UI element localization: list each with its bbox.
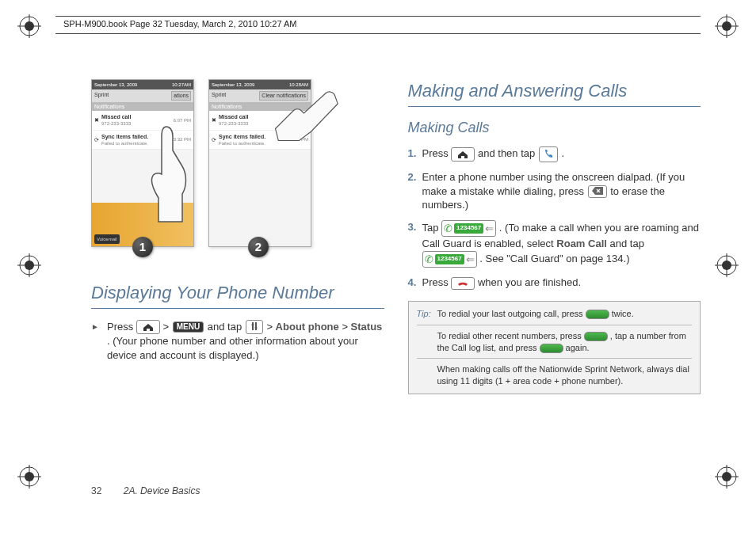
crop-mark-icon [17, 465, 41, 489]
tip-text: twice. [612, 309, 634, 318]
tip-box: Tip: To redial your last outgoing call, … [408, 301, 701, 394]
crop-mark-icon [17, 253, 41, 277]
tip-text: To redial your last outgoing call, press [437, 309, 586, 318]
notification-title: Sync items failed. [219, 134, 265, 139]
crop-mark-icon [715, 14, 739, 38]
step-2: Enter a phone number using the onscreen … [408, 170, 701, 212]
call-number-label: 1234567 [454, 223, 483, 234]
voicemail-widget: Voicemail [94, 234, 120, 244]
left-column: September 13, 200910:27AM Sprintations N… [91, 79, 384, 477]
page-number: 32 [91, 485, 101, 496]
notifications-header: Notifications [92, 102, 193, 111]
crop-mark-icon [17, 14, 41, 38]
header-rule-top [55, 16, 701, 17]
step-text: . (Your phone number and other informati… [107, 335, 358, 361]
settings-key-icon [246, 320, 263, 334]
step-text: and tap [208, 321, 245, 333]
call-key-icon [586, 310, 609, 319]
step-text: . See "Call Guard" on page 134.) [479, 253, 629, 264]
step-text: . [562, 147, 565, 159]
step-text: > [162, 321, 171, 333]
status-label: Status [351, 321, 383, 333]
menu-key-icon: MENU [173, 321, 204, 333]
roam-call-label: Roam Call [556, 238, 607, 249]
about-phone-label: About phone [276, 321, 339, 333]
step-badge-1: 1 [132, 237, 153, 257]
step-4: Press when you are finished. [408, 276, 701, 290]
svg-point-27 [254, 327, 257, 329]
crop-mark-icon [715, 253, 739, 277]
missed-call-icon: ✖ [212, 116, 216, 124]
pointing-hand-icon [269, 75, 341, 162]
step-text: and then tap [478, 147, 538, 159]
svg-point-26 [251, 324, 254, 326]
carrier-label: Sprint [212, 91, 226, 100]
clear-notifications-button: ations [171, 91, 191, 100]
steps-list: Press and then tap . Enter a phone numbe… [408, 146, 701, 290]
header-rule-bottom [55, 33, 701, 34]
call-key-icon [540, 344, 563, 353]
screenshot-figure: September 13, 200910:27AM Sprintations N… [91, 79, 384, 257]
tip-divider [417, 325, 693, 325]
notification-title: Missed call [101, 114, 131, 120]
step-text: > [342, 321, 350, 333]
page-header-text: SPH-M900.book Page 32 Tuesday, March 2, … [63, 19, 297, 29]
step-text: Tap [422, 222, 442, 234]
call-button-icon: ✆1234567⇐ [441, 220, 496, 238]
step-text: and tap [610, 238, 644, 249]
backspace-key-icon [588, 185, 607, 198]
tip-text: To redial other recent numbers, press [437, 331, 584, 340]
right-column: Making and Answering Calls Making Calls … [408, 79, 701, 477]
tip-row: When making calls off the Nationwide Spr… [417, 363, 693, 387]
subsection-heading: Making Calls [408, 118, 701, 137]
sync-fail-icon: ⟳ [94, 136, 99, 143]
status-date: September 13, 2009 [212, 82, 254, 88]
tip-label: Tip: [417, 308, 431, 320]
step-text: when you are finished. [478, 276, 581, 288]
step-badge-2: 2 [248, 237, 269, 257]
section-heading-making-calls: Making and Answering Calls [408, 79, 701, 107]
step-text: > [266, 321, 275, 333]
step-1: Press and then tap . [408, 146, 701, 162]
instruction-step: Press > MENU and tap > About phone > Sta… [91, 320, 384, 363]
tip-divider [417, 358, 693, 359]
crop-mark-icon [715, 465, 739, 489]
tip-row: To redial other recent numbers, press , … [417, 330, 693, 354]
section-heading-display-number: Displaying Your Phone Number [91, 281, 384, 309]
tip-row: Tip: To redial your last outgoing call, … [417, 308, 693, 320]
page-footer: 32 2A. Device Basics [91, 485, 200, 496]
notification-title: Missed call [219, 114, 248, 120]
tip-text: again. [566, 343, 590, 352]
status-time: 10:27AM [172, 82, 191, 88]
end-call-key-icon [451, 277, 475, 290]
sync-fail-icon: ⟳ [212, 136, 216, 143]
pointing-hand-icon [135, 119, 206, 206]
carrier-label: Sprint [94, 91, 109, 100]
step-text: Press [422, 276, 452, 288]
step-text: Press [422, 147, 452, 159]
status-date: September 13, 2009 [94, 82, 137, 88]
home-key-icon [136, 320, 160, 334]
section-label: 2A. Device Basics [124, 485, 200, 496]
step-3: Tap ✆1234567⇐ . (To make a call when you… [408, 220, 701, 268]
call-number-label: 1234567 [435, 254, 464, 264]
tip-text: When making calls off the Nationwide Spr… [437, 364, 689, 386]
call-key-icon [584, 332, 608, 341]
dialer-key-icon [539, 146, 558, 162]
step-text: Press [107, 321, 136, 333]
call-button-icon: ✆1234567⇐ [422, 251, 477, 268]
home-key-icon [451, 147, 475, 162]
missed-call-icon: ✖ [94, 116, 99, 124]
